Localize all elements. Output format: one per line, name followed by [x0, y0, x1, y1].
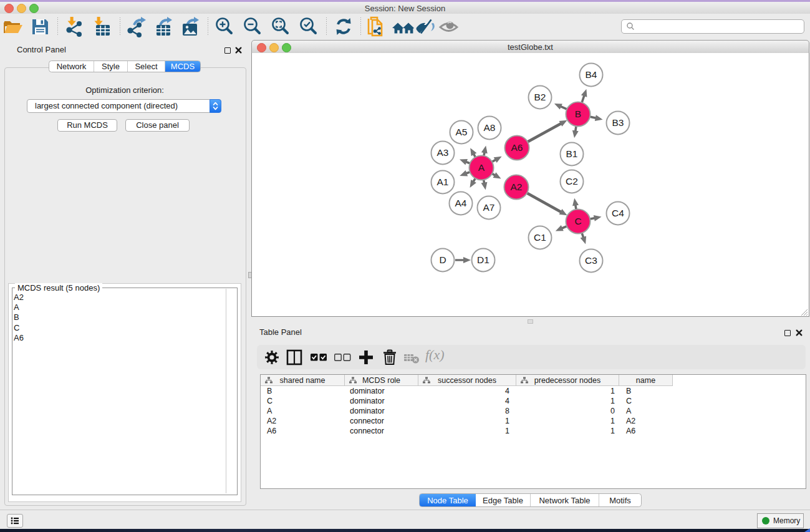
svg-text:A3: A3: [437, 147, 449, 158]
svg-text:C1: C1: [534, 232, 546, 243]
svg-text:C2: C2: [566, 176, 578, 186]
svg-text:C4: C4: [612, 208, 624, 218]
svg-text:C3: C3: [585, 255, 597, 266]
svg-text:A1: A1: [437, 177, 449, 187]
svg-text:A7: A7: [483, 202, 495, 213]
svg-text:A8: A8: [484, 122, 496, 133]
svg-text:B2: B2: [534, 92, 546, 102]
svg-text:C: C: [574, 216, 581, 226]
svg-text:B1: B1: [566, 148, 578, 159]
svg-text:D: D: [439, 254, 446, 265]
svg-text:A5: A5: [456, 127, 468, 137]
svg-text:A4: A4: [455, 198, 467, 208]
svg-text:A6: A6: [511, 142, 523, 153]
svg-text:A: A: [478, 162, 485, 173]
svg-text:B4: B4: [586, 69, 597, 80]
svg-text:D1: D1: [477, 254, 489, 265]
svg-text:B: B: [575, 109, 581, 119]
svg-text:A2: A2: [511, 181, 523, 192]
svg-text:B3: B3: [612, 117, 624, 128]
